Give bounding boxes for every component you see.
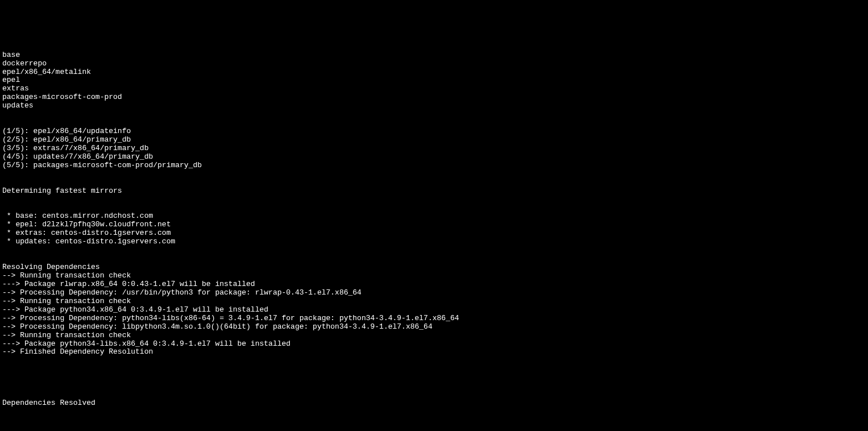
resolve-line: --> Processing Dependency: python34-libs… xyxy=(2,314,866,323)
resolve-line: --> Finished Dependency Resolution xyxy=(2,348,866,357)
repo-list: basedockerrepoepel/x86_64/metalinkepelex… xyxy=(2,51,866,111)
repo-line: updates xyxy=(2,102,866,110)
download-line: (3/5): extras/7/x86_64/primary_db xyxy=(2,144,866,153)
download-line: (1/5): epel/x86_64/updateinfo xyxy=(2,127,866,136)
download-line: (4/5): updates/7/x86_64/primary_db xyxy=(2,153,866,161)
resolve-line: --> Running transaction check xyxy=(2,331,866,340)
mirrors-header: Determining fastest mirrors xyxy=(2,187,866,196)
repo-line: dockerrepo xyxy=(2,60,866,68)
resolve-line: --> Processing Dependency: libpython3.4m… xyxy=(2,323,866,331)
repo-line: extras xyxy=(2,85,866,93)
repo-line: base xyxy=(2,51,866,60)
resolve-line: --> Processing Dependency: /usr/bin/pyth… xyxy=(2,289,866,297)
resolve-line: ---> Package rlwrap.x86_64 0:0.43-1.el7 … xyxy=(2,280,866,289)
mirror-line: * updates: centos-distro.1gservers.com xyxy=(2,238,866,246)
terminal-output[interactable]: basedockerrepoepel/x86_64/metalinkepelex… xyxy=(0,34,868,431)
mirror-line: * epel: d2lzkl7pfhq30w.cloudfront.net xyxy=(2,221,866,229)
resolve-line: ---> Package python34-libs.x86_64 0:3.4.… xyxy=(2,340,866,349)
blank-line xyxy=(2,374,866,382)
resolve-line: ---> Package python34.x86_64 0:3.4.9-1.e… xyxy=(2,306,866,314)
download-line: (5/5): packages-microsoft-com-prod/prima… xyxy=(2,161,866,170)
resolve-line: --> Running transaction check xyxy=(2,297,866,306)
download-list: (1/5): epel/x86_64/updateinfo(2/5): epel… xyxy=(2,127,866,170)
deps-resolved: Dependencies Resolved xyxy=(2,399,866,408)
dependency-resolution: Resolving Dependencies--> Running transa… xyxy=(2,263,866,357)
mirrors-list: * base: centos.mirror.ndchost.com * epel… xyxy=(2,212,866,246)
mirror-line: * extras: centos-distro.1gservers.com xyxy=(2,229,866,238)
blank-line xyxy=(2,425,866,431)
mirror-line: * base: centos.mirror.ndchost.com xyxy=(2,212,866,221)
repo-line: epel/x86_64/metalink xyxy=(2,68,866,77)
repo-line: epel xyxy=(2,76,866,85)
resolve-line: --> Running transaction check xyxy=(2,272,866,280)
download-line: (2/5): epel/x86_64/primary_db xyxy=(2,136,866,144)
repo-line: packages-microsoft-com-prod xyxy=(2,93,866,102)
resolve-line: Resolving Dependencies xyxy=(2,263,866,272)
